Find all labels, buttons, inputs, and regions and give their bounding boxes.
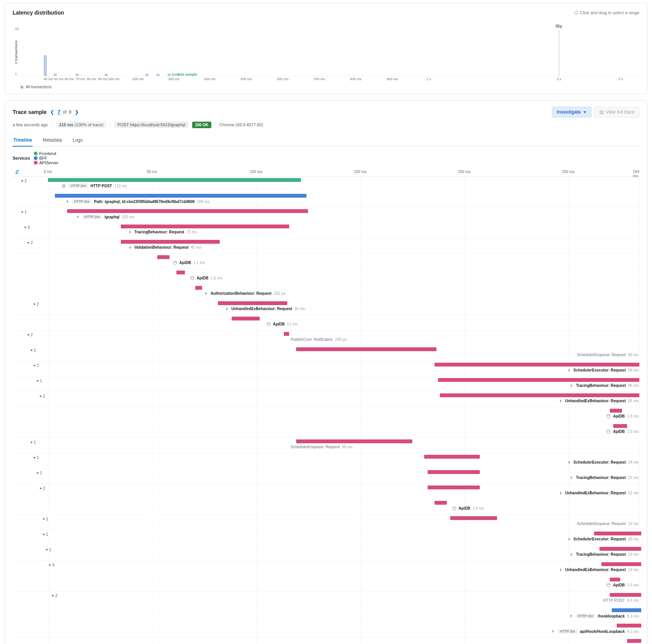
span-row[interactable]: 3UnhandledExBehaviour: Request18 ms	[13, 560, 639, 576]
span-row[interactable]: ApiDB2.3 ms	[13, 637, 639, 644]
pager-next-icon[interactable]: ❯	[74, 109, 80, 115]
span-toggle[interactable]: 2	[40, 394, 45, 398]
span-row[interactable]: ApiDB2.0 ms	[13, 499, 639, 514]
latency-bar[interactable]	[105, 74, 108, 76]
span-row[interactable]: 1SchedulerExecutor: Request88 ms	[13, 361, 639, 376]
span-row[interactable]: 1TracingBehaviour: Request86 ms	[13, 376, 639, 391]
span-row[interactable]: HTTP 2xxapi/Hook/HookLoopback4.2 ms	[13, 622, 639, 637]
pager-current[interactable]: 7	[58, 109, 61, 115]
span-bar[interactable]	[617, 624, 641, 627]
span-bar[interactable]	[48, 178, 301, 182]
span-row[interactable]: 1SchedulerEnqueue: Request50 ms	[13, 438, 639, 453]
span-toggle[interactable]: 2	[40, 486, 45, 490]
tab-metadata[interactable]: Metadata	[42, 134, 63, 146]
span-row[interactable]: 2HTTP POST6.9 ms	[13, 591, 639, 606]
span-row[interactable]: ApiDB11 ms	[13, 315, 639, 330]
tab-logs[interactable]: Logs	[72, 134, 84, 146]
span-bar[interactable]	[284, 332, 289, 336]
service-legend-item[interactable]: APIServer	[34, 160, 58, 165]
span-toggle[interactable]: 1	[36, 379, 42, 383]
collapse-all-icon[interactable]: ⇵	[15, 169, 19, 175]
span-bar[interactable]	[435, 501, 447, 505]
span-bar[interactable]	[121, 240, 220, 244]
span-toggle[interactable]: 2	[27, 241, 33, 245]
span-row[interactable]: ApiDB1.5 ms	[13, 576, 639, 591]
span-row[interactable]: ApiDB1.6 ms	[13, 269, 639, 284]
span-bar[interactable]	[612, 608, 641, 612]
span-row[interactable]: 2UnhandledExBehaviour: Request30 ms	[13, 299, 639, 315]
span-bar[interactable]	[440, 393, 639, 397]
span-row[interactable]: 1HTTP 2xx/graphql103 ms	[13, 207, 639, 223]
span-row[interactable]: 1SchedulerExecutor: Request20 ms	[13, 530, 639, 545]
span-bar[interactable]	[157, 255, 170, 259]
pager-prev-icon[interactable]: ❮	[49, 109, 55, 115]
span-bar[interactable]	[610, 578, 620, 581]
span-row[interactable]: ApiDB2.1 ms	[13, 253, 639, 269]
span-toggle[interactable]: 1	[33, 363, 39, 368]
span-bar[interactable]	[424, 455, 480, 459]
span-toggle[interactable]: 1	[36, 471, 42, 475]
span-bar[interactable]	[67, 209, 308, 213]
span-bar[interactable]	[601, 562, 641, 566]
span-bar[interactable]	[613, 424, 627, 428]
span-bar[interactable]	[594, 532, 641, 535]
span-bar[interactable]	[55, 194, 306, 198]
span-bar[interactable]	[195, 286, 202, 290]
latency-bar[interactable]	[168, 74, 171, 76]
span-bar[interactable]	[296, 347, 436, 351]
latency-bar[interactable]	[54, 74, 57, 76]
span-bar[interactable]	[599, 547, 641, 551]
span-row[interactable]: 2HTTP 2xxHTTP POST110 ms	[13, 177, 639, 192]
span-bar[interactable]	[450, 516, 497, 520]
span-bar[interactable]	[610, 593, 641, 597]
span-row[interactable]: 1SchedulerEnqueue: Request19 ms	[13, 514, 639, 530]
span-bar[interactable]	[176, 271, 185, 274]
span-row[interactable]: 2UnhandledExBehaviour: Request85 ms	[13, 391, 639, 407]
span-toggle[interactable]: 2	[21, 179, 27, 183]
span-bar[interactable]	[610, 409, 622, 413]
tab-timeline[interactable]: Timeline	[13, 134, 33, 147]
span-toggle[interactable]: 1	[21, 210, 27, 214]
span-row[interactable]: 1TracingBehaviour: Request22 ms	[13, 468, 639, 484]
span-row[interactable]: 2UnhandledExBehaviour: Request22 ms	[13, 484, 639, 499]
span-bar[interactable]	[232, 317, 259, 320]
span-row[interactable]: ApiDB1.8 ms	[13, 407, 639, 422]
span-toggle[interactable]: 1	[33, 456, 39, 460]
span-row[interactable]: AuthorizationBehaviour: Request152 µs	[13, 284, 639, 299]
span-row[interactable]: 2ValidationBehaviour: Request42 ms	[13, 238, 639, 253]
span-toggle[interactable]: 1	[43, 532, 48, 537]
latency-bar[interactable]	[44, 55, 47, 76]
span-row[interactable]: 1SchedulerExecutor: Request24 ms	[13, 453, 639, 468]
span-title: ApiDB	[613, 414, 625, 418]
span-bar[interactable]	[428, 485, 480, 489]
span-row[interactable]: 1TracingBehaviour: Request18 ms	[13, 545, 639, 560]
latency-bar[interactable]	[145, 74, 148, 76]
span-row[interactable]: HTTP 2xxPath: /graphql, Id:cbe23f395b0ad…	[13, 192, 639, 207]
span-row[interactable]: ApiDB2.5 ms	[13, 422, 639, 438]
span-bar[interactable]	[627, 639, 641, 643]
span-row[interactable]: 2PublishCore: Notification249 µs	[13, 330, 639, 345]
span-row[interactable]: HTTP 2xx/hookloopback6.3 ms	[13, 606, 639, 622]
span-bar[interactable]	[121, 225, 289, 228]
span-bar[interactable]	[218, 301, 287, 305]
span-toggle[interactable]: 1	[30, 440, 36, 444]
latency-bar[interactable]	[76, 74, 79, 76]
span-bar[interactable]	[438, 378, 639, 382]
span-toggle[interactable]: 1	[30, 348, 36, 352]
service-legend-item[interactable]: BFF	[34, 156, 58, 160]
latency-chart[interactable]: 1 10 Current sample 95p	[20, 19, 639, 76]
span-toggle[interactable]: 1	[43, 517, 48, 521]
span-bar[interactable]	[435, 363, 639, 367]
span-meta: HTTP 2xx/hookloopback6.3 ms	[569, 614, 639, 618]
span-toggle[interactable]: 3	[24, 225, 30, 230]
latency-bar[interactable]	[156, 74, 160, 76]
span-toggle[interactable]: 2	[33, 302, 39, 306]
span-toggle[interactable]: 2	[27, 333, 33, 337]
span-bar[interactable]	[296, 439, 412, 443]
span-bar[interactable]	[428, 470, 480, 474]
span-row[interactable]: 1SchedulerEnqueue: Request60 ms	[13, 345, 639, 361]
service-legend-item[interactable]: Frontend	[34, 151, 58, 156]
span-duration: 152 µs	[274, 291, 285, 296]
investigate-button[interactable]: Investigate	[552, 107, 591, 117]
span-row[interactable]: 3TracingBehaviour: Request72 ms	[13, 223, 639, 238]
